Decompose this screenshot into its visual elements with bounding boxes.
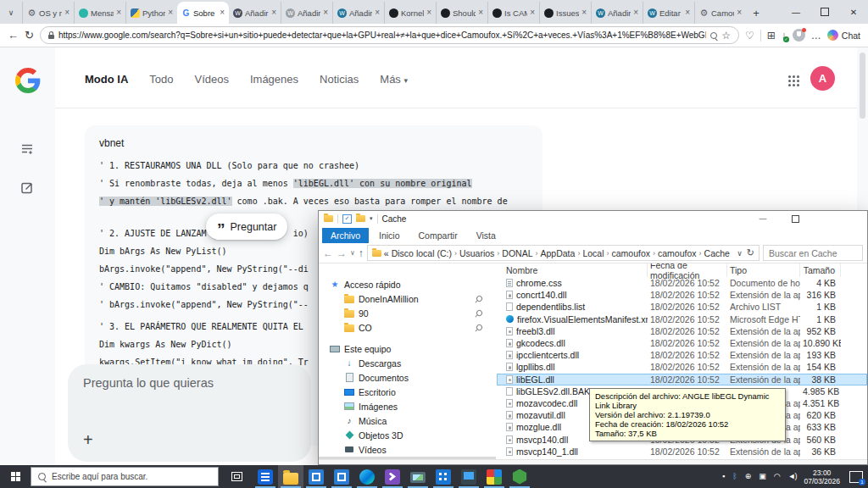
quick-access-chevron-icon[interactable]: ▾ bbox=[370, 215, 373, 222]
new-tab-button[interactable]: + bbox=[746, 2, 766, 24]
tab-close-icon[interactable]: × bbox=[323, 8, 328, 17]
close-button[interactable]: ✕ bbox=[839, 0, 868, 24]
tab-close-icon[interactable]: × bbox=[581, 8, 587, 17]
taskbar-app-button[interactable] bbox=[278, 465, 303, 488]
browser-tab[interactable]: Kornel × bbox=[384, 2, 436, 24]
maximize-button[interactable] bbox=[810, 0, 839, 24]
column-header[interactable]: Tipo bbox=[727, 263, 800, 277]
tray-icon[interactable] bbox=[774, 473, 781, 480]
compose-icon[interactable] bbox=[20, 181, 34, 198]
sidebar-item[interactable]: Acceso rápido bbox=[319, 277, 496, 291]
sidebar-item[interactable]: Este equipo bbox=[319, 341, 496, 356]
minimize-button[interactable]: — bbox=[782, 0, 810, 24]
ribbon-tab[interactable]: Vista bbox=[468, 228, 504, 243]
browser-tab[interactable]: Python × bbox=[125, 2, 177, 24]
back-button[interactable]: ← bbox=[8, 30, 19, 41]
browser-tab[interactable]: Editar × bbox=[643, 2, 694, 24]
tab-close-icon[interactable]: × bbox=[685, 8, 690, 17]
file-row[interactable]: firefox.VisualElementsManifest.xml 18/02… bbox=[497, 313, 867, 325]
file-row[interactable]: freebl3.dll 18/02/2026 10:52 Extensión d… bbox=[497, 325, 867, 337]
explorer-title-bar[interactable]: ✓ ▾ Cache — bbox=[319, 211, 867, 226]
browser-tab[interactable]: Should × bbox=[436, 2, 487, 24]
breadcrumb-bar[interactable]: « Disco local (C:)›Usuarios›DONAL›AppDat… bbox=[367, 245, 760, 261]
google-nav-item[interactable]: Vídeos ▾ bbox=[194, 73, 228, 86]
task-view-button[interactable] bbox=[224, 465, 249, 488]
nav-forward-icon[interactable]: → bbox=[337, 248, 347, 258]
file-row[interactable]: msvcp140_1.dll 18/02/2026 10:52 Extensió… bbox=[497, 446, 867, 458]
ribbon-tab[interactable]: Inicio bbox=[370, 228, 409, 243]
downloads-icon[interactable]: ↓ bbox=[782, 30, 787, 41]
file-row[interactable]: dependentlibs.list 18/02/2026 10:52 Arch… bbox=[497, 301, 867, 313]
browser-tab[interactable]: Añadir × bbox=[281, 2, 332, 24]
action-center-icon[interactable]: 1 bbox=[849, 471, 863, 483]
google-nav-item[interactable]: Imágenes ▾ bbox=[250, 73, 298, 86]
taskbar-app-button[interactable] bbox=[481, 465, 507, 488]
google-logo[interactable] bbox=[15, 68, 41, 97]
taskbar-app-button[interactable] bbox=[303, 465, 329, 488]
explorer-minimize-button[interactable]: — bbox=[747, 211, 779, 226]
url-text[interactable]: https://www.google.com/search?q=Sobre+si… bbox=[58, 30, 706, 40]
breadcrumb-item[interactable]: camoufox› bbox=[612, 248, 656, 258]
start-button[interactable] bbox=[0, 465, 31, 488]
add-attachment-button[interactable]: + bbox=[83, 431, 93, 448]
breadcrumb-item[interactable]: AppData› bbox=[541, 248, 581, 258]
taskbar-app-button[interactable] bbox=[456, 465, 481, 488]
browser-tab[interactable]: Camou × bbox=[694, 2, 746, 24]
taskbar-app-button[interactable] bbox=[380, 465, 405, 488]
browser-tab[interactable]: Añadir × bbox=[229, 2, 281, 24]
browser-tab[interactable]: Sobre × bbox=[177, 2, 229, 24]
ask-selection-button[interactable]: ” Preguntar bbox=[206, 214, 287, 240]
breadcrumb-item[interactable]: Cache› bbox=[704, 248, 732, 258]
ribbon-tab[interactable]: Compartir bbox=[410, 228, 466, 243]
sidebar-item[interactable]: Descargas bbox=[319, 356, 496, 370]
tab-close-icon[interactable]: × bbox=[116, 8, 121, 17]
taskbar-clock[interactable]: 23:00 07/03/2026 bbox=[804, 469, 840, 485]
google-nav-item[interactable]: Modo IA ▾ bbox=[85, 73, 128, 86]
browser-tab[interactable]: Issues × bbox=[539, 2, 591, 24]
taskbar-app-button[interactable] bbox=[405, 465, 431, 488]
profile-avatar[interactable] bbox=[793, 29, 805, 42]
column-header[interactable]: Tamaño bbox=[800, 263, 841, 277]
refresh-button[interactable]: ↻ bbox=[25, 30, 34, 41]
google-apps-grid-icon[interactable] bbox=[788, 75, 790, 77]
taskbar-app-button[interactable] bbox=[253, 465, 278, 488]
tab-close-icon[interactable]: × bbox=[220, 8, 225, 17]
sidebar-item[interactable]: Documentos bbox=[319, 370, 496, 385]
browser-tab[interactable]: OS y n × bbox=[22, 2, 74, 24]
tab-search-chevron-icon[interactable]: ∨ bbox=[0, 2, 22, 24]
tab-close-icon[interactable]: × bbox=[168, 8, 173, 17]
column-header[interactable]: Nombre ˆ bbox=[504, 263, 648, 277]
sidebar-item[interactable]: Escritorio bbox=[319, 385, 496, 399]
taskbar-app-button[interactable] bbox=[507, 465, 532, 488]
nav-history-chevron-icon[interactable]: ∨ bbox=[350, 250, 355, 257]
breadcrumb-item[interactable]: Disco local (C:)› bbox=[392, 248, 457, 258]
tab-close-icon[interactable]: × bbox=[375, 8, 380, 17]
address-bar[interactable]: https://www.google.com/search?q=Sobre+si… bbox=[40, 26, 739, 44]
browser-tab[interactable]: Añadir × bbox=[332, 2, 384, 24]
google-nav-item[interactable]: Todo ▾ bbox=[149, 73, 173, 86]
breadcrumb-item[interactable]: DONAL› bbox=[502, 248, 537, 258]
tab-close-icon[interactable]: × bbox=[530, 8, 535, 17]
account-avatar[interactable]: A bbox=[810, 66, 835, 91]
file-row[interactable]: gkcodecs.dll 18/02/2026 10:52 Extensión … bbox=[497, 337, 867, 349]
explorer-maximize-button[interactable] bbox=[779, 211, 811, 226]
browser-essentials-icon[interactable]: ♡ bbox=[745, 30, 754, 41]
tray-icon[interactable] bbox=[788, 473, 797, 480]
favorites-star-icon[interactable]: ☆ bbox=[721, 30, 731, 41]
scrollbar-thumb[interactable] bbox=[860, 53, 865, 119]
sidebar-item[interactable]: Imágenes bbox=[319, 399, 496, 413]
sidebar-item[interactable]: Vídeos bbox=[319, 442, 496, 457]
tab-close-icon[interactable]: × bbox=[478, 8, 483, 17]
tray-icon[interactable] bbox=[722, 473, 725, 480]
quick-access-check-icon[interactable]: ✓ bbox=[342, 214, 352, 224]
tab-close-icon[interactable]: × bbox=[737, 8, 742, 17]
sidebar-item[interactable]: Música bbox=[319, 413, 496, 428]
browser-tab[interactable]: Mensa × bbox=[74, 2, 125, 24]
browser-tab[interactable]: Is CAM × bbox=[487, 2, 539, 24]
zoom-icon[interactable] bbox=[710, 32, 717, 39]
nav-up-icon[interactable]: ↑ bbox=[359, 248, 364, 258]
page-scrollbar[interactable] bbox=[857, 47, 868, 210]
breadcrumb-item[interactable]: camoufox› bbox=[658, 248, 702, 258]
column-header[interactable]: Fecha de modificación bbox=[648, 263, 727, 277]
nav-back-icon[interactable]: ← bbox=[323, 248, 333, 258]
